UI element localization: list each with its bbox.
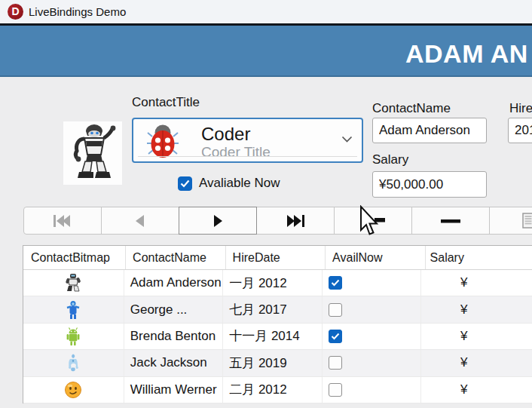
edit-record-icon [522,213,532,229]
cell-availnow-checkbox[interactable] [329,276,342,290]
cell-salary: ¥ [421,350,532,376]
grid-header-row: ContactBitmap ContactName HireDate Avail… [23,246,532,270]
grid-header-contactname[interactable]: ContactName [126,246,226,269]
app-window: D LiveBindings Demo ADAM AN ContactTitle [0,0,532,408]
cell-contactname: Brenda Benton [124,324,223,349]
contact-name-label: ContactName [372,101,451,116]
navigator-next-button[interactable] [179,207,257,235]
checkbox-box[interactable] [178,176,192,191]
robot-photo-icon [63,121,122,185]
delete-record-icon [440,214,461,228]
banner-contact-name: ADAM AN [405,39,528,69]
table-row[interactable]: Jack Jackson 五月 2019 ¥ [23,350,532,376]
cell-hiredate: 五月 2019 [223,350,322,376]
check-icon [180,179,190,188]
cell-availnow-checkbox[interactable] [329,356,342,370]
cell-contactname: Adam Anderson [124,270,223,296]
cell-salary: ¥ [421,377,532,403]
combo-selected-value: Coder [201,124,250,145]
header-banner: ADAM AN [0,26,532,77]
first-record-icon [52,214,73,228]
cell-salary: ¥ [421,296,532,322]
contact-name-input[interactable] [372,118,487,143]
navigator-insert-button[interactable] [334,207,412,235]
window-title: LiveBindings Demo [29,0,126,23]
cell-hiredate: 二月 2012 [223,377,322,403]
delphi-logo-icon: D [8,4,23,20]
last-record-icon [285,214,306,228]
check-icon [331,279,340,287]
blue-genie-icon [65,353,81,373]
robot-toy-icon [65,273,81,293]
salary-input[interactable] [372,171,487,198]
bind-navigator-toolbar [23,207,532,235]
table-row[interactable]: William Werner 二月 2012 ¥ [23,377,532,403]
smiley-face-icon [64,381,82,399]
available-now-checkbox[interactable]: Avaliable Now [178,176,280,191]
hire-date-label: Hire [509,101,532,116]
available-now-label: Avaliable Now [199,176,280,191]
title-bar: D LiveBindings Demo [0,0,532,23]
combo-selected-subtitle: Coder Title [201,144,271,161]
contact-title-combobox[interactable]: Coder Coder Title [132,118,363,163]
grid-header-salary[interactable]: Salary [426,246,532,269]
grid-header-hiredate[interactable]: HireDate [226,246,326,269]
navigator-prior-button[interactable] [101,207,179,235]
contacts-grid[interactable]: ContactBitmap ContactName HireDate Avail… [23,245,532,403]
table-row[interactable]: Adam Anderson 一月 2012 ¥ [23,270,532,296]
contact-title-label: ContactTitle [132,95,200,110]
cell-availnow-checkbox[interactable] [329,303,342,317]
cell-salary: ¥ [421,324,532,349]
grid-header-availnow[interactable]: AvailNow [326,246,426,269]
chevron-down-icon[interactable] [341,136,353,143]
grid-header-contactbitmap[interactable]: ContactBitmap [23,246,126,269]
next-record-icon [209,214,227,228]
table-row[interactable]: Brenda Benton 十一月 2014 ¥ [23,324,532,350]
cell-contactname: William Werner [124,377,223,403]
prior-record-icon [131,214,149,228]
cell-availnow-checkbox[interactable] [329,383,342,397]
cell-salary: ¥ [421,270,532,296]
table-row[interactable]: George ... 七月 2017 ¥ [23,296,532,323]
blue-man-icon [65,300,81,320]
contact-bitmap-image [63,121,122,185]
android-robot-icon [65,327,81,346]
ladybug-icon [147,123,179,159]
combo-inner-divider [138,156,357,157]
cell-hiredate: 一月 2012 [223,270,322,296]
cell-hiredate: 七月 2017 [223,296,322,322]
hire-date-input[interactable] [508,118,532,143]
navigator-edit-button[interactable] [489,207,532,235]
cell-contactname: Jack Jackson [124,350,223,376]
salary-label: Salary [372,152,408,167]
cell-availnow-checkbox[interactable] [329,330,342,343]
cell-hiredate: 十一月 2014 [223,324,322,349]
cell-contactname: George ... [124,296,223,322]
navigator-delete-button[interactable] [411,207,490,235]
navigator-first-button[interactable] [23,207,102,235]
navigator-last-button[interactable] [256,207,335,235]
check-icon [331,333,340,340]
